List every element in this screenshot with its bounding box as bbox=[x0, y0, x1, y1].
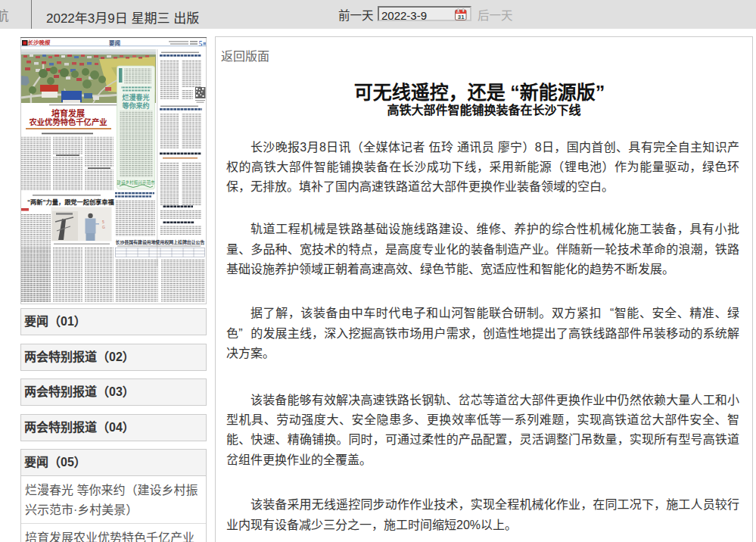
svg-text:培育发展: 培育发展 bbox=[51, 108, 86, 118]
svg-text:农业优势特色千亿产业: 农业优势特色千亿产业 bbox=[29, 117, 107, 126]
svg-text:等你来约: 等你来约 bbox=[121, 101, 149, 110]
svg-text:长沙县国有建设用地使用权网上挂牌出让公告: 长沙县国有建设用地使用权网上挂牌出让公告 bbox=[116, 239, 205, 245]
svg-text:5: 5 bbox=[102, 220, 104, 224]
svg-text:“两新”力量，跟党一起创享幸福: “两新”力量，跟党一起创享幸福 bbox=[27, 198, 114, 206]
svg-text:G: G bbox=[102, 225, 105, 229]
svg-text:烂漫春光: 烂漫春光 bbox=[122, 93, 149, 101]
svg-text:长沙晚报: 长沙晚报 bbox=[27, 39, 51, 47]
svg-text:31: 31 bbox=[458, 14, 465, 20]
svg-text:5: 5 bbox=[199, 39, 203, 48]
